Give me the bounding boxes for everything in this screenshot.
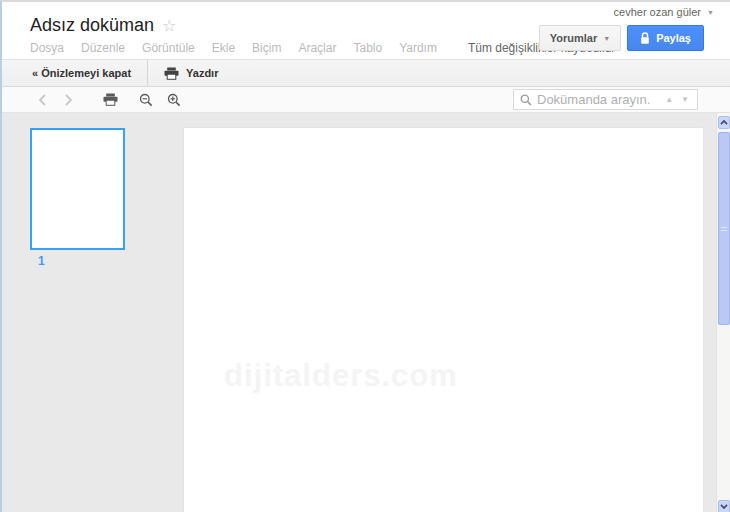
header-buttons: Yorumlar ▼ Paylaş [539,25,704,51]
page-nav-group [30,89,80,111]
menu-format[interactable]: Biçim [252,41,281,55]
menubar: Dosya Düzenle Görüntüle Ekle Biçim Araçl… [30,41,614,55]
scrollbar-grip [721,227,727,231]
header: cevher ozan güler ▼ Adsız doküman ☆ Dosy… [2,2,730,59]
document-title[interactable]: Adsız doküman [30,15,154,36]
print-button[interactable]: Yazdır [148,60,234,86]
chevron-down-icon: ▼ [603,35,610,42]
printer-icon [164,67,179,80]
title-row: Adsız doküman ☆ [30,15,176,36]
scrollbar-thumb[interactable] [718,132,730,325]
scroll-down-button[interactable] [718,500,730,512]
document-page: dijitalders.com [184,128,703,512]
search-next-icon[interactable]: ▼ [677,95,693,104]
search-icon [520,94,532,106]
vertical-scrollbar[interactable] [716,113,730,512]
page-number: 1 [38,254,45,268]
comments-button-label: Yorumlar [550,32,597,44]
user-name: cevher ozan güler [614,6,701,18]
next-page-button[interactable] [56,89,80,111]
document-search-box: ▲ ▼ [513,89,698,110]
search-input[interactable] [537,92,661,107]
page-thumbnail[interactable] [30,128,125,250]
star-icon[interactable]: ☆ [162,18,176,34]
share-button[interactable]: Paylaş [627,25,704,51]
share-button-label: Paylaş [656,32,691,44]
zoom-in-button[interactable] [162,89,186,111]
print-zoom-group [98,89,186,111]
menu-insert[interactable]: Ekle [212,41,235,55]
account-menu[interactable]: cevher ozan güler ▼ [614,6,714,18]
comments-button[interactable]: Yorumlar ▼ [539,25,621,51]
search-previous-icon[interactable]: ▲ [661,95,677,104]
preview-area: 1 dijitalders.com [2,113,730,512]
chevron-down-icon: ▼ [707,9,714,16]
menu-help[interactable]: Yardım [399,41,437,55]
preview-action-bar: « Önizlemeyi kapat Yazdır [2,59,730,87]
menu-edit[interactable]: Düzenle [81,41,125,55]
menu-tools[interactable]: Araçlar [298,41,336,55]
menu-table[interactable]: Tablo [353,41,382,55]
print-button-label: Yazdır [186,67,218,79]
menu-view[interactable]: Görüntüle [142,41,195,55]
scroll-up-button[interactable] [718,116,730,129]
watermark-text: dijitalders.com [224,358,458,394]
zoom-out-button[interactable] [134,89,158,111]
close-preview-button[interactable]: « Önizlemeyi kapat [2,60,147,86]
menu-file[interactable]: Dosya [30,41,64,55]
lock-icon [640,32,650,45]
printer-icon-button[interactable] [98,89,122,111]
print-toolbar: ▲ ▼ [2,87,730,113]
previous-page-button[interactable] [30,89,54,111]
docs-print-preview-window: cevher ozan güler ▼ Adsız doküman ☆ Dosy… [0,0,730,512]
